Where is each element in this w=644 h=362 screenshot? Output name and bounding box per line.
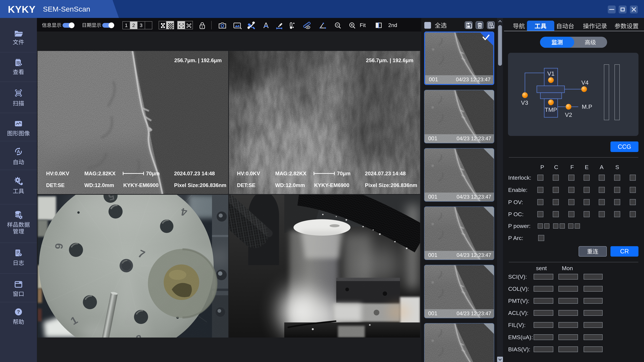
svg-text:TMP: TMP: [545, 106, 557, 113]
svg-text:DET:SE: DET:SE: [46, 182, 64, 188]
svg-text:A: A: [264, 21, 269, 30]
svg-text:256.7μm. | 192.6μm: 256.7μm. | 192.6μm: [174, 57, 222, 63]
svg-text:256.7μm. | 192.6μm: 256.7μm. | 192.6μm: [366, 57, 414, 63]
svg-text:2024.07.23 14:48: 2024.07.23 14:48: [174, 171, 215, 176]
svg-text:001: 001: [428, 194, 438, 200]
svg-text:Pixel Size:206.836nm: Pixel Size:206.836nm: [365, 182, 417, 188]
svg-text:?: ?: [17, 309, 20, 315]
svg-text:V1: V1: [548, 70, 554, 77]
svg-text:V3: V3: [521, 99, 528, 106]
svg-text:A: A: [17, 149, 20, 154]
svg-text:2024.07.23 14:48: 2024.07.23 14:48: [365, 171, 406, 176]
svg-text:04/23 12:23:47: 04/23 12:23:47: [456, 136, 491, 141]
svg-text:001: 001: [428, 135, 438, 141]
svg-text:KYKY-EM6900: KYKY-EM6900: [314, 182, 349, 188]
svg-text:70μm: 70μm: [337, 171, 350, 176]
svg-text:04/23 12:23:47: 04/23 12:23:47: [456, 194, 491, 200]
svg-text:04/23 12:23:47: 04/23 12:23:47: [456, 252, 491, 258]
svg-text:WD:12.0mm: WD:12.0mm: [84, 182, 114, 188]
svg-text:04/23 12:23:47: 04/23 12:23:47: [456, 311, 491, 317]
svg-text:001: 001: [428, 252, 438, 258]
svg-text:HV:0.0KV: HV:0.0KV: [46, 171, 69, 176]
svg-text:HV:0.0KV: HV:0.0KV: [237, 171, 260, 176]
svg-text:DET:SE: DET:SE: [237, 182, 256, 188]
svg-text:KYKY-EM6900: KYKY-EM6900: [123, 182, 158, 188]
svg-text:MAG:2.82KX: MAG:2.82KX: [275, 171, 306, 176]
svg-text:M.P: M.P: [582, 103, 592, 110]
svg-text:70μm: 70μm: [146, 171, 160, 176]
svg-text:04/23 12:23:47: 04/23 12:23:47: [456, 77, 490, 82]
svg-text:001: 001: [429, 76, 438, 82]
svg-text:Pixel Size:206.836nm: Pixel Size:206.836nm: [174, 182, 226, 188]
svg-text:V2: V2: [565, 111, 572, 118]
svg-text:MAG:2.82KX: MAG:2.82KX: [84, 171, 116, 176]
svg-text:001: 001: [428, 310, 438, 317]
svg-text:WD:12.0mm: WD:12.0mm: [275, 182, 305, 188]
svg-text:V4: V4: [582, 79, 589, 86]
